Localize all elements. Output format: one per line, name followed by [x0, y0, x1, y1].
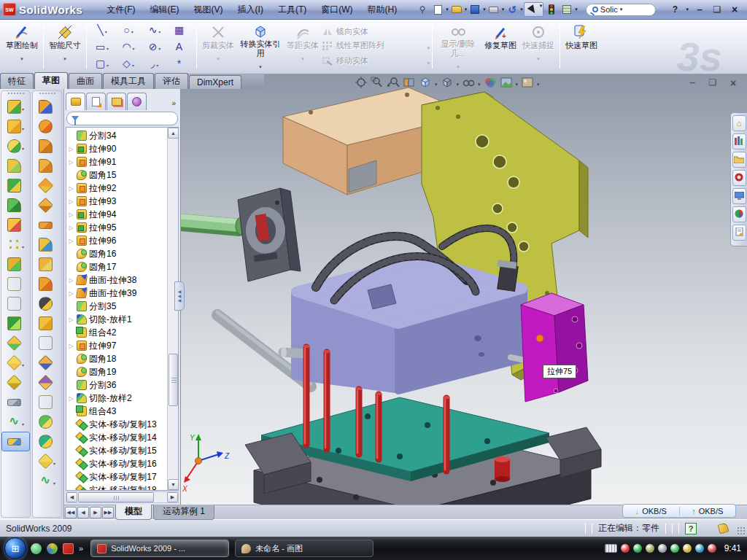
dropdown-caret-icon[interactable] — [22, 101, 24, 114]
offset-entities-button[interactable]: 等距实体 — [284, 22, 322, 71]
feature-tool-button[interactable] — [33, 254, 61, 274]
sketch-entity-button[interactable]: A — [168, 39, 194, 55]
feature-tool-button[interactable] — [33, 373, 61, 392]
tree-item[interactable]: 拉伸94 — [66, 208, 167, 221]
search-box[interactable]: Solic ▾ — [586, 4, 656, 16]
menu-item[interactable]: 视图(V) — [187, 1, 230, 18]
dropdown-caret-icon[interactable] — [107, 40, 109, 53]
tree-item[interactable]: 拉伸90 — [66, 142, 167, 155]
view-palette-icon[interactable] — [732, 188, 746, 204]
custom-properties-icon[interactable] — [732, 225, 746, 241]
dropdown-caret-icon[interactable] — [20, 50, 23, 63]
document-tab[interactable]: 模型 — [115, 505, 152, 520]
feature-tool-button[interactable] — [1, 353, 30, 373]
sketch-entity-button[interactable]: ▢ — [89, 55, 115, 72]
feature-tool-button[interactable] — [33, 274, 61, 294]
dropdown-caret-icon[interactable] — [156, 57, 158, 70]
feature-tool-button[interactable] — [33, 215, 61, 235]
green-sprue-tube[interactable] — [181, 216, 246, 235]
rapid-sketch-button[interactable]: 快速草图 — [562, 22, 600, 71]
feature-tool-button[interactable] — [33, 117, 61, 136]
select-arrow-icon[interactable] — [525, 3, 540, 16]
feature-tool-button[interactable] — [33, 333, 61, 353]
dropdown-caret-icon[interactable] — [22, 120, 24, 133]
exploded-mold-assembly-model[interactable]: Y Z X — [181, 74, 747, 505]
file-explorer-icon[interactable] — [732, 152, 746, 168]
dropdown-caret-icon[interactable] — [22, 238, 24, 252]
scrollbar-thumb[interactable] — [78, 492, 154, 502]
edit-appearance-icon[interactable] — [484, 77, 497, 88]
tree-item[interactable]: 圆角18 — [66, 352, 167, 365]
tab-configurationmanager[interactable] — [107, 93, 126, 110]
mirror-entities-button[interactable]: 镜向实体 — [322, 26, 430, 37]
command-tab[interactable]: DimXpert — [189, 75, 241, 89]
dropdown-caret-icon[interactable] — [516, 76, 519, 89]
repair-sketch-button[interactable]: + 修复草图 — [481, 22, 519, 71]
view-settings-icon[interactable] — [521, 77, 534, 88]
linear-sketch-pattern-button[interactable]: 线性草图阵列 — [322, 39, 430, 52]
scroll-right-icon[interactable]: ▶ — [167, 492, 178, 502]
expander-icon[interactable] — [68, 316, 74, 323]
tree-item[interactable]: 拉伸93 — [66, 195, 167, 208]
sketch-button[interactable]: 草图绘制 — [3, 22, 41, 71]
document-tab[interactable]: 运动算例 1 — [153, 505, 214, 520]
search-input[interactable]: Solic — [600, 5, 618, 14]
tree-item[interactable]: 实体-移动/复制14 — [66, 431, 167, 444]
expander-icon[interactable] — [68, 395, 74, 402]
expander-icon[interactable] — [68, 238, 74, 244]
hide-show-items-icon[interactable] — [462, 77, 475, 88]
dropdown-caret-icon[interactable] — [105, 23, 107, 36]
menu-item[interactable]: 帮助(H) — [361, 1, 404, 18]
expander-icon[interactable] — [68, 185, 74, 192]
tree-item[interactable]: 圆角17 — [66, 260, 167, 273]
tree-item[interactable]: 实体-移动/复制17 — [66, 470, 167, 483]
tray-icon[interactable] — [621, 544, 630, 553]
undo-icon[interactable]: ↺ — [505, 3, 519, 16]
minimize-button[interactable] — [693, 4, 706, 15]
magenta-insert-block[interactable] — [521, 293, 588, 402]
rebuild-icon[interactable] — [544, 3, 559, 16]
open-file-icon[interactable] — [449, 3, 464, 16]
tree-filter-box[interactable] — [66, 112, 178, 125]
doc-restore-button[interactable] — [706, 77, 719, 89]
feature-tool-button[interactable] — [1, 215, 30, 235]
print-icon[interactable] — [487, 3, 501, 16]
toolbox-icon[interactable] — [732, 170, 746, 186]
move-entities-button[interactable]: 移动实体 — [322, 55, 430, 68]
scroll-up-icon[interactable]: ▲ — [168, 128, 179, 139]
quick-launch-icon[interactable] — [31, 543, 42, 554]
dropdown-caret-icon[interactable] — [537, 76, 540, 89]
sketch-entity-button[interactable]: ∿ — [142, 22, 168, 39]
tree-item[interactable]: 拉伸95 — [66, 221, 167, 234]
tree-item[interactable]: 实体-移动/复制16 — [66, 457, 167, 470]
sketch-entity-button[interactable]: * — [168, 55, 194, 72]
doc-close-button[interactable] — [727, 77, 740, 89]
feature-tool-button[interactable] — [33, 314, 61, 333]
tray-icon[interactable] — [695, 544, 704, 553]
feature-tool-button[interactable] — [1, 97, 30, 117]
new-file-icon[interactable] — [430, 3, 445, 16]
smart-dimension-button[interactable]: 智能尺寸 — [46, 22, 84, 71]
tree-item[interactable]: 圆角16 — [66, 247, 167, 260]
sketch-entity-button[interactable]: ▭ — [89, 39, 115, 55]
zoom-to-selection-icon[interactable] — [387, 77, 400, 88]
first-tab-icon[interactable]: ◀◀ — [65, 507, 77, 518]
tree-item[interactable]: 分割36 — [66, 378, 167, 392]
input-method-keyboard-icon[interactable] — [605, 544, 617, 553]
sketch-entity-button[interactable]: ▦ — [168, 22, 194, 39]
sketch-entity-button[interactable]: ╲ — [89, 22, 115, 39]
tree-item[interactable]: 拉伸97 — [66, 339, 167, 352]
tray-icon[interactable] — [633, 544, 642, 553]
feature-tool-button[interactable] — [1, 373, 30, 392]
doc-minimize-button[interactable] — [686, 77, 699, 89]
feature-tool-button[interactable] — [1, 392, 30, 412]
last-tab-icon[interactable]: ▶▶ — [102, 507, 114, 518]
dropdown-caret-icon[interactable] — [22, 140, 24, 153]
tree-item[interactable]: 曲面-拉伸38 — [66, 273, 167, 287]
feature-tool-button[interactable] — [33, 294, 61, 314]
menu-item[interactable]: 工具(T) — [271, 1, 313, 18]
feature-tool-button[interactable] — [33, 432, 61, 451]
menu-item[interactable]: 文件(F) — [100, 1, 142, 18]
dropdown-caret-icon[interactable] — [107, 57, 109, 70]
dropdown-caret-icon[interactable] — [133, 40, 135, 53]
